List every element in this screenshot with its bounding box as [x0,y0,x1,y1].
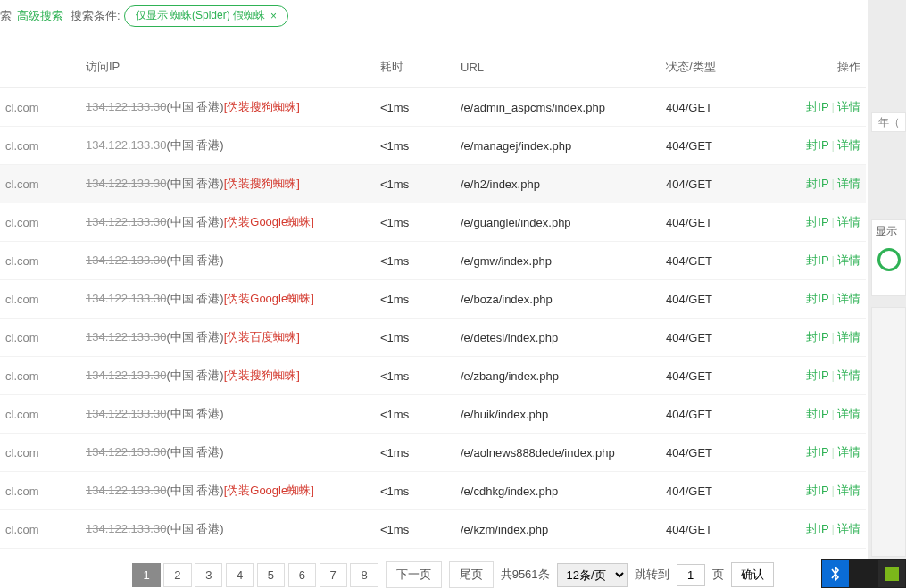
cell-duration: <1ms [375,242,455,280]
cell-status: 404/GET [661,510,759,549]
right-sidebar: 年（ 显示 [868,0,906,562]
detail-link[interactable]: 详情 [837,522,860,535]
table-row[interactable]: cl.com134.122.133.30(中国 香港)[伪装百度蜘蛛]<1ms/… [0,319,866,357]
cell-url: /e/admin_aspcms/index.php [455,88,661,127]
advanced-search-link[interactable]: 高级搜索 [17,8,63,24]
cell-ip: 134.122.133.30(中国 香港)[伪装搜狗蜘蛛] [80,357,375,395]
table-row[interactable]: cl.com134.122.133.30(中国 香港)<1ms/e/manage… [0,127,866,165]
bluetooth-icon[interactable] [822,560,849,587]
cell-duration: <1ms [375,395,455,434]
cell-duration: <1ms [375,88,455,127]
detail-link[interactable]: 详情 [837,369,860,382]
page-button-7[interactable]: 7 [320,563,347,587]
table-row[interactable]: cl.com134.122.133.30(中国 香港)[伪装搜狗蜘蛛]<1ms/… [0,357,866,395]
ban-ip-link[interactable]: 封IP [806,445,828,459]
detail-link[interactable]: 详情 [837,215,860,228]
cell-actions: 封IP|详情 [759,127,866,165]
cell-duration: <1ms [375,319,455,357]
table-row[interactable]: cl.com134.122.133.30(中国 香港)[伪装Google蜘蛛]<… [0,203,866,242]
page-button-8[interactable]: 8 [350,563,378,587]
cell-ip: 134.122.133.30(中国 香港) [80,242,375,280]
cell-ip: 134.122.133.30(中国 香港) [80,127,375,165]
detail-link[interactable]: 详情 [837,100,860,113]
cell-status: 404/GET [661,434,759,472]
cell-domain: cl.com [0,203,80,242]
cell-status: 404/GET [661,357,759,395]
detail-link[interactable]: 详情 [837,253,860,267]
detail-link[interactable]: 详情 [837,484,860,497]
cell-status: 404/GET [661,242,759,280]
cell-ip: 134.122.133.30(中国 香港) [80,395,375,434]
cell-ip: 134.122.133.30(中国 香港)[伪装Google蜘蛛] [80,280,375,319]
detail-link[interactable]: 详情 [837,292,860,305]
table-row[interactable]: cl.com134.122.133.30(中国 香港)[伪装Google蜘蛛]<… [0,280,866,319]
ban-ip-link[interactable]: 封IP [806,138,828,152]
cell-duration: <1ms [375,510,455,549]
col-duration: 耗时 [375,46,455,88]
page-size-select[interactable]: 12条/页 [557,563,628,587]
page-button-4[interactable]: 4 [226,563,254,587]
ban-ip-link[interactable]: 封IP [806,369,828,382]
table-row[interactable]: cl.com134.122.133.30(中国 香港)[伪装搜狗蜘蛛]<1ms/… [0,88,866,127]
cell-url: /e/huik/index.php [455,395,661,434]
col-url: URL [455,46,661,88]
cell-ip: 134.122.133.30(中国 香港) [80,434,375,472]
page-button-5[interactable]: 5 [257,563,285,587]
cell-actions: 封IP|详情 [759,203,866,242]
search-suffix: 索 [0,8,12,24]
ban-ip-link[interactable]: 封IP [806,330,828,344]
cell-duration: <1ms [375,127,455,165]
cell-actions: 封IP|详情 [759,395,866,434]
ban-ip-link[interactable]: 封IP [806,484,828,497]
jump-label: 跳转到 [635,567,669,583]
cell-status: 404/GET [661,472,759,510]
table-row[interactable]: cl.com134.122.133.30(中国 香港)<1ms/e/aolnew… [0,434,866,472]
cell-domain: cl.com [0,395,80,434]
cell-ip: 134.122.133.30(中国 香港)[伪装搜狗蜘蛛] [80,165,375,203]
page-button-2[interactable]: 2 [163,563,191,587]
cell-status: 404/GET [661,88,759,127]
cell-status: 404/GET [661,127,759,165]
col-op: 操作 [759,46,866,88]
page-button-3[interactable]: 3 [195,563,222,587]
detail-link[interactable]: 详情 [837,407,860,420]
page-button-1[interactable]: 1 [132,563,160,587]
ban-ip-link[interactable]: 封IP [806,292,828,305]
ban-ip-link[interactable]: 封IP [806,253,828,267]
ban-ip-link[interactable]: 封IP [806,177,828,190]
close-icon[interactable]: × [270,10,277,22]
filter-chip[interactable]: 仅显示 蜘蛛(Spider) 假蜘蛛 × [124,5,288,27]
cell-url: /e/guanglei/index.php [455,203,661,242]
detail-link[interactable]: 详情 [837,330,860,344]
page-button-6[interactable]: 6 [288,563,316,587]
col-ip: 访问IP [80,46,375,88]
table-row[interactable]: cl.com134.122.133.30(中国 香港)<1ms/e/gmw/in… [0,242,866,280]
detail-link[interactable]: 详情 [837,445,860,459]
cell-actions: 封IP|详情 [759,434,866,472]
ban-ip-link[interactable]: 封IP [806,522,828,535]
filter-chip-text: 仅显示 蜘蛛(Spider) 假蜘蛛 [136,8,265,23]
table-row[interactable]: cl.com134.122.133.30(中国 香港)<1ms/e/kzm/in… [0,510,866,549]
ban-ip-link[interactable]: 封IP [806,100,828,113]
last-page-button[interactable]: 尾页 [449,561,494,588]
cell-url: /e/gmw/index.php [455,242,661,280]
ban-ip-link[interactable]: 封IP [806,215,828,228]
table-row[interactable]: cl.com134.122.133.30(中国 香港)[伪装搜狗蜘蛛]<1ms/… [0,165,866,203]
detail-link[interactable]: 详情 [837,177,860,190]
detail-link[interactable]: 详情 [837,138,860,152]
taskbar [821,559,906,588]
jump-confirm-button[interactable]: 确认 [731,562,774,587]
cell-actions: 封IP|详情 [759,242,866,280]
cell-domain: cl.com [0,510,80,549]
nvidia-icon[interactable] [878,560,905,587]
table-row[interactable]: cl.com134.122.133.30(中国 香港)<1ms/e/huik/i… [0,395,866,434]
cell-url: /e/zbang/index.php [455,357,661,395]
ban-ip-link[interactable]: 封IP [806,407,828,420]
right-side-list [871,307,906,557]
next-page-button[interactable]: 下一页 [386,561,442,588]
table-row[interactable]: cl.com134.122.133.30(中国 香港)[伪装Google蜘蛛]<… [0,472,866,510]
log-table: 访问IP 耗时 URL 状态/类型 操作 cl.com134.122.133.3… [0,46,866,549]
right-box-1: 年（ [871,112,906,132]
jump-input[interactable] [677,564,705,586]
cell-duration: <1ms [375,472,455,510]
